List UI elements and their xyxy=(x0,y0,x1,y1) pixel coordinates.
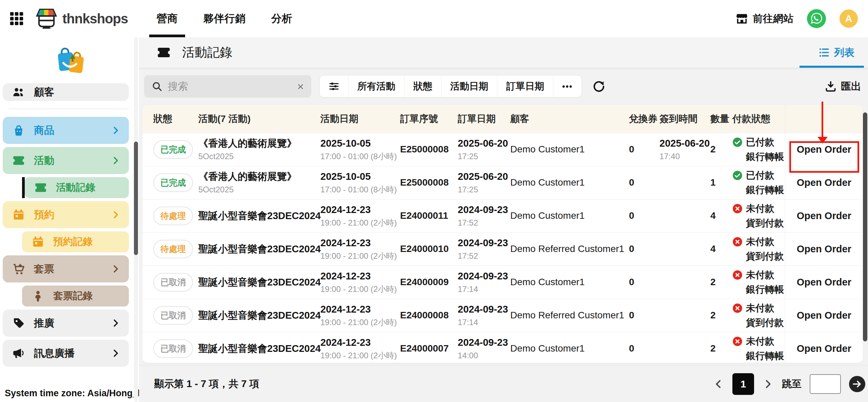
grid-menu-icon[interactable] xyxy=(9,11,24,26)
quantity-cell: 4 xyxy=(707,199,729,232)
quantity-cell: 2 xyxy=(707,332,729,363)
sidebar-item-5[interactable]: 預約記錄 xyxy=(22,231,129,252)
sidebar-item-2[interactable]: 活動 xyxy=(3,147,129,174)
sidebar-item-0[interactable]: 顧客 xyxy=(3,83,129,101)
topbar-left: thnkshops xyxy=(0,8,139,29)
open-order-link[interactable]: Open Order xyxy=(785,266,863,299)
sidebar-item-label: 活動記錄 xyxy=(56,181,121,194)
order-date-cell: 2024-09-2314:00 xyxy=(454,332,507,363)
event-cell: 《香港人的藝術展覽》5Oct2025 xyxy=(195,166,317,199)
avatar[interactable]: A xyxy=(840,9,858,28)
calendar-icon xyxy=(32,235,44,248)
voucher-cell: 0 xyxy=(626,232,656,266)
annotation-arrow-line xyxy=(822,102,823,137)
payment-status-cell: 未付款貨到付款 xyxy=(729,232,785,266)
nav-partner-marketing[interactable]: 夥伴行銷 xyxy=(191,0,258,37)
sidebar-scrollbar-thumb[interactable] xyxy=(134,142,138,255)
next-page-icon[interactable] xyxy=(762,378,774,390)
order-number-cell: E24000010 xyxy=(397,232,454,266)
brand-wordmark: thnkshops xyxy=(62,11,128,26)
status-badge: 待處理 xyxy=(153,207,193,225)
current-page-button[interactable]: 1 xyxy=(732,373,754,395)
order-date-cell: 2025-06-2017:25 xyxy=(454,133,507,166)
event-date-cell: 2024-12-2319:00 - 21:00 (2小時) xyxy=(317,199,397,232)
filter-button-2[interactable]: 活動日期 xyxy=(441,76,497,97)
tab-list-view[interactable]: 列表 xyxy=(818,46,854,60)
order-date-cell: 2025-06-2017:25 xyxy=(454,166,507,199)
x-circle-icon xyxy=(732,237,743,247)
prev-page-icon[interactable] xyxy=(713,378,724,390)
sidebar-item-1[interactable]: 商品 xyxy=(3,117,129,144)
sidebar-item-7[interactable]: 套票記錄 xyxy=(22,285,129,306)
sidebar-item-6[interactable]: 套票 xyxy=(3,255,129,282)
column-header-9: 付款狀態 xyxy=(729,105,785,133)
column-header-10 xyxy=(785,105,863,133)
nav-business[interactable]: 營商 xyxy=(144,0,191,37)
column-header-8: 數量 xyxy=(707,105,729,133)
chevron-right-icon xyxy=(111,264,121,274)
refresh-icon[interactable] xyxy=(592,80,606,93)
chevron-right-icon xyxy=(111,348,121,358)
open-order-link[interactable]: Open Order xyxy=(785,232,863,266)
customer-cell: Demo Customer1 xyxy=(507,332,626,363)
nav-analytics[interactable]: 分析 xyxy=(258,0,305,37)
jump-page-input[interactable] xyxy=(810,374,841,394)
filter-button-3[interactable]: 訂單日期 xyxy=(497,76,553,97)
export-button[interactable]: 匯出 xyxy=(825,80,864,93)
more-filters-button[interactable]: ••• xyxy=(553,76,581,97)
thinkshops-bags-logo-icon xyxy=(0,37,139,83)
sidebar-item-8[interactable]: 推廣 xyxy=(3,310,129,337)
table-row-2: 待處理聖誕小型音樂會23DEC20242024-12-2319:00 - 21:… xyxy=(142,199,863,232)
table-row-6: 已取消聖誕小型音樂會23DEC20242024-12-2319:00 - 21:… xyxy=(142,332,863,363)
quantity-cell: 2 xyxy=(707,266,729,299)
event-cell: 聖誕小型音樂會23DEC2024 xyxy=(195,232,317,266)
table-row-5: 已取消聖誕小型音樂會23DEC20242024-12-2319:00 - 21:… xyxy=(142,299,863,332)
go-arrow-circle-icon[interactable] xyxy=(849,376,865,392)
visit-site-button[interactable]: 前往網站 xyxy=(735,12,793,26)
page-header: 活動記錄 列表 xyxy=(139,37,868,68)
sidebar-item-9[interactable]: 訊息廣播 xyxy=(3,340,129,367)
tab-list-label: 列表 xyxy=(834,46,854,60)
sidebar-item-3-active[interactable]: 活動記錄 xyxy=(25,177,129,198)
clear-search-icon[interactable]: × xyxy=(297,81,304,92)
table-row-0: 已完成《香港人的藝術展覽》5Oct20252025-10-0517:00 - 0… xyxy=(142,133,863,166)
sidebar-nested-row: 預約記錄 xyxy=(22,231,139,252)
event-date-cell: 2024-12-2319:00 - 21:00 (2小時) xyxy=(317,232,397,266)
records-table: 狀態活動(7 活動)活動日期訂單序號訂單日期顧客兌換券簽到時間數量付款狀態 已完… xyxy=(142,105,863,363)
open-order-link[interactable]: Open Order xyxy=(785,332,863,363)
customer-cell: Demo Customer1 xyxy=(507,266,626,299)
brand-logo[interactable]: thnkshops xyxy=(34,8,128,29)
sidebar-item-label: 預約 xyxy=(34,208,102,222)
megaphone-icon xyxy=(12,347,25,360)
filter-button-1[interactable]: 狀態 xyxy=(404,76,441,97)
open-order-link[interactable]: Open Order xyxy=(785,199,863,232)
results-summary: 顯示第 1 - 7 項，共 7 項 xyxy=(154,377,259,391)
export-label: 匯出 xyxy=(841,80,861,93)
main-scrollbar-thumb[interactable] xyxy=(863,112,867,341)
toolbar: × 所有活動狀態活動日期訂單日期••• 匯出 xyxy=(139,68,868,105)
pagination: 1 跳至 xyxy=(713,373,865,395)
x-circle-icon xyxy=(732,270,743,280)
payment-status-cell: 已付款銀行轉帳 xyxy=(729,133,785,166)
voucher-cell: 0 xyxy=(626,199,656,232)
chevron-right-icon xyxy=(111,125,121,135)
jump-to-label: 跳至 xyxy=(782,377,802,391)
search-input[interactable] xyxy=(168,81,292,92)
x-circle-icon xyxy=(732,303,743,313)
whatsapp-icon[interactable] xyxy=(807,9,826,28)
open-order-link[interactable]: Open Order xyxy=(785,299,863,332)
customer-cell: Demo Customer1 xyxy=(507,199,626,232)
column-header-4: 訂單日期 xyxy=(454,105,507,133)
table-row-1: 已完成《香港人的藝術展覽》5Oct20252025-10-0517:00 - 0… xyxy=(142,166,863,199)
filter-button-0[interactable]: 所有活動 xyxy=(348,76,404,97)
checkin-cell xyxy=(656,332,707,363)
chevron-right-icon xyxy=(111,155,121,166)
event-date-cell: 2024-12-2319:00 - 21:00 (2小時) xyxy=(317,266,397,299)
status-cell: 已取消 xyxy=(142,266,195,299)
sidebar-item-4[interactable]: 預約 xyxy=(3,201,129,228)
active-item-bar xyxy=(22,177,25,198)
payment-status-cell: 已付款銀行轉帳 xyxy=(729,166,785,199)
filter-sliders-icon[interactable] xyxy=(320,76,348,97)
checkin-cell xyxy=(656,232,707,266)
column-header-1: 活動(7 活動) xyxy=(195,105,317,133)
